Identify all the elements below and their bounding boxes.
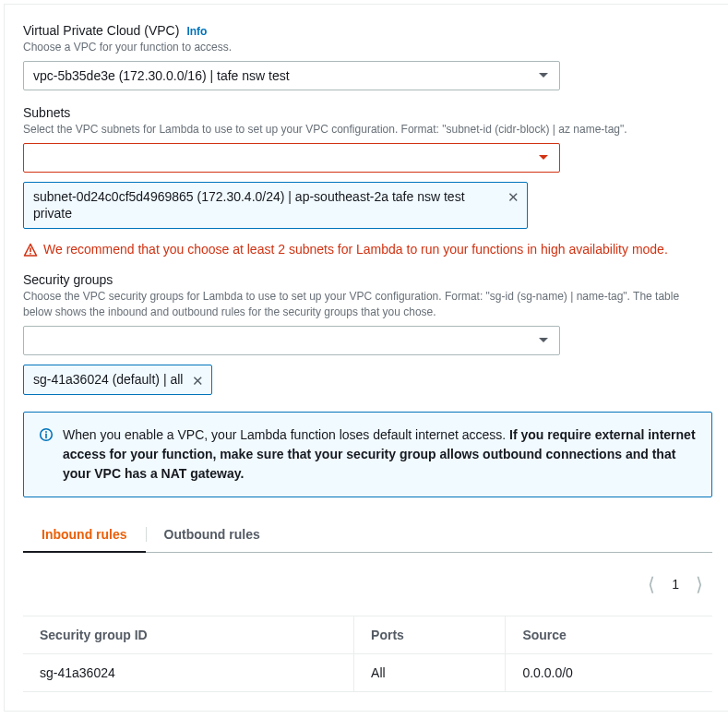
- col-security-group-id: Security group ID: [23, 616, 354, 653]
- vpc-selected-value: vpc-5b35de3e (172.30.0.0/16) | tafe nsw …: [33, 68, 290, 83]
- table-header-row: Security group ID Ports Source: [23, 616, 712, 653]
- col-source: Source: [506, 616, 712, 653]
- tab-outbound-rules[interactable]: Outbound rules: [146, 516, 279, 553]
- inbound-rules-table: Security group ID Ports Source sg-41a360…: [23, 616, 712, 692]
- table-row: sg-41a36024 All 0.0.0.0/0: [23, 653, 712, 691]
- cell-source: 0.0.0.0/0: [506, 653, 712, 691]
- security-group-chip: sg-41a36024 (default) | all ✕: [23, 365, 212, 395]
- vpc-info-alert: When you enable a VPC, your Lambda funct…: [23, 412, 712, 497]
- rules-tabs: Inbound rules Outbound rules: [23, 516, 712, 553]
- cell-sgid: sg-41a36024: [23, 653, 354, 691]
- warning-icon: [23, 243, 38, 257]
- next-page-icon[interactable]: ⟩: [696, 573, 703, 595]
- vpc-info-text: When you enable a VPC, your Lambda funct…: [63, 425, 697, 484]
- security-groups-field: Security groups Choose the VPC security …: [23, 272, 712, 394]
- security-groups-desc: Choose the VPC security groups for Lambd…: [23, 289, 706, 320]
- vpc-info-link[interactable]: Info: [186, 25, 207, 38]
- sg-chip-text: sg-41a36024 (default) | all: [33, 371, 183, 389]
- col-ports: Ports: [354, 616, 506, 653]
- vpc-dropdown[interactable]: vpc-5b35de3e (172.30.0.0/16) | tafe nsw …: [23, 61, 560, 90]
- subnets-warning-text: We recommend that you choose at least 2 …: [43, 242, 668, 257]
- chevron-down-icon: [539, 155, 548, 160]
- vpc-desc: Choose a VPC for your function to access…: [23, 40, 706, 55]
- subnet-chip: subnet-0d24c0cf5d4969865 (172.30.4.0/24)…: [23, 182, 528, 230]
- svg-point-3: [45, 431, 47, 433]
- close-icon[interactable]: ✕: [507, 188, 519, 204]
- vpc-field: Virtual Private Cloud (VPC) Info Choose …: [23, 23, 712, 90]
- subnet-chip-text: subnet-0d24c0cf5d4969865 (172.30.4.0/24)…: [33, 188, 490, 223]
- chevron-down-icon: [539, 338, 548, 342]
- rules-pager: ⟨ 1 ⟩: [23, 553, 712, 616]
- subnets-desc: Select the VPC subnets for Lambda to use…: [23, 122, 706, 138]
- subnets-field: Subnets Select the VPC subnets for Lambd…: [23, 105, 712, 258]
- security-groups-dropdown[interactable]: [23, 326, 560, 355]
- chevron-down-icon: [539, 73, 548, 78]
- info-icon: [39, 427, 54, 484]
- tab-inbound-rules[interactable]: Inbound rules: [23, 516, 146, 553]
- close-icon[interactable]: ✕: [192, 372, 204, 388]
- subnets-warning: We recommend that you choose at least 2 …: [23, 242, 712, 257]
- cell-ports: All: [354, 653, 506, 691]
- vpc-config-panel: Virtual Private Cloud (VPC) Info Choose …: [4, 4, 728, 712]
- page-number: 1: [672, 577, 679, 592]
- svg-point-1: [30, 253, 31, 255]
- vpc-label: Virtual Private Cloud (VPC): [23, 23, 179, 38]
- security-groups-label: Security groups: [23, 272, 113, 287]
- info-prefix: When you enable a VPC, your Lambda funct…: [63, 427, 509, 442]
- subnets-label: Subnets: [23, 105, 70, 120]
- prev-page-icon[interactable]: ⟨: [648, 573, 655, 595]
- subnets-dropdown[interactable]: [23, 143, 560, 173]
